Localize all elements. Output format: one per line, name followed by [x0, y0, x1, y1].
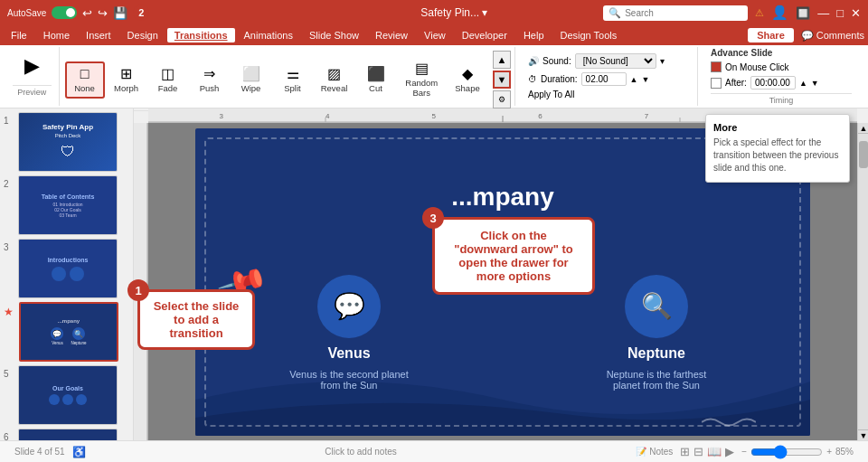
menu-slideshow[interactable]: Slide Show — [302, 28, 366, 42]
duration-input[interactable] — [581, 72, 627, 86]
menu-bar: File Home Insert Design Transitions Anim… — [0, 25, 868, 45]
scroll-thumb[interactable] — [859, 141, 868, 168]
slide-img-4[interactable]: ...mpany 💬 Venus 🔍 Neptune — [19, 302, 118, 362]
zoom-in-icon[interactable]: + — [826, 447, 832, 457]
preview-button[interactable]: ▶ — [12, 51, 52, 81]
save-icon[interactable]: 💾 — [113, 6, 127, 20]
slide-panel[interactable]: 1 Safety Pin App Pitch Deck 🛡 2 Table of… — [0, 108, 134, 440]
transition-split-btn[interactable]: ⚌ Split — [273, 61, 313, 99]
menu-transitions[interactable]: Transitions — [167, 28, 235, 42]
mouse-click-checkbox[interactable] — [711, 61, 722, 72]
slide-thumb-5[interactable]: 5 Our Goals — [4, 365, 129, 425]
push-icon: ⇒ — [203, 67, 215, 81]
notes-button[interactable]: 📝 Notes — [636, 447, 673, 457]
presenter-view-icon[interactable]: ▶ — [725, 445, 734, 458]
slide-area-wrapper: 3 4 5 6 7 8 2 3 — [134, 108, 868, 440]
slide-sorter-icon[interactable]: ⊟ — [693, 445, 703, 458]
tooltip-text: Pick a special effect for the transition… — [713, 137, 842, 174]
slide-thumb-3[interactable]: 3 Introductions — [4, 239, 129, 298]
slide-thumb-2[interactable]: 2 Table of Contents 01 Introduction02 Ou… — [4, 175, 129, 235]
menu-view[interactable]: View — [417, 28, 453, 42]
zoom-slider[interactable] — [750, 445, 823, 459]
autosave-label: AutoSave — [7, 8, 46, 18]
slide-count-label: Slide 4 of 51 — [14, 447, 65, 457]
comments-button[interactable]: 💬 Comments — [801, 30, 864, 42]
transition-none-btn[interactable]: □ None — [65, 61, 105, 99]
slide-img-2[interactable]: Table of Contents 01 Introduction02 Our … — [18, 175, 118, 235]
scroll-up-arrow[interactable]: ▲ — [858, 123, 868, 134]
redo-icon[interactable]: ↪ — [98, 6, 108, 20]
maximize-icon[interactable]: □ — [836, 6, 844, 20]
after-down[interactable]: ▼ — [811, 79, 819, 88]
transition-wipe-btn[interactable]: ⬜ Wipe — [231, 61, 271, 99]
menu-design-tools[interactable]: Design Tools — [553, 28, 625, 42]
autosave-toggle[interactable] — [52, 6, 77, 19]
neptune-circle: 🔍 — [625, 275, 688, 338]
apply-all-label: Apply To All — [528, 90, 575, 99]
duration-down[interactable]: ▼ — [642, 75, 650, 84]
transitions-effects-options[interactable]: ⚙ — [493, 90, 511, 108]
duration-up[interactable]: ▲ — [630, 75, 638, 84]
search-input[interactable] — [625, 8, 697, 18]
search-bar[interactable]: 🔍 — [603, 5, 748, 21]
menu-help[interactable]: Help — [516, 28, 552, 42]
transition-push-btn[interactable]: ⇒ Push — [190, 61, 230, 99]
zoom-out-icon[interactable]: − — [741, 447, 747, 457]
none-label: None — [74, 83, 95, 93]
undo-icon[interactable]: ↩ — [82, 6, 92, 20]
reading-view-icon[interactable]: 📖 — [707, 445, 722, 458]
reveal-icon: ▨ — [327, 67, 341, 81]
menu-insert[interactable]: Insert — [79, 28, 118, 42]
transition-reveal-btn[interactable]: ▨ Reveal — [315, 61, 354, 99]
ribbon-collapse-icon[interactable]: 🔲 — [796, 6, 810, 20]
close-icon[interactable]: ✕ — [851, 6, 861, 20]
zoom-level: 85% — [835, 447, 854, 457]
slide-thumb-1[interactable]: 1 Safety Pin App Pitch Deck 🛡 — [4, 112, 129, 172]
ribbon-preview-group: ▶ Preview — [5, 47, 60, 106]
menu-developer[interactable]: Developer — [455, 28, 514, 42]
menu-home[interactable]: Home — [36, 28, 77, 42]
sound-select[interactable]: [No Sound] — [575, 53, 656, 69]
after-checkbox[interactable] — [711, 78, 722, 89]
morph-label: Morph — [114, 83, 138, 93]
apply-all-button[interactable]: Apply To All — [528, 90, 575, 99]
scroll-down-arrow[interactable]: ▼ — [858, 429, 868, 440]
transition-fade-btn[interactable]: ◫ Fade — [148, 61, 188, 99]
menu-file[interactable]: File — [4, 28, 34, 42]
vertical-scrollbar[interactable]: ▼ ▲ — [857, 123, 868, 440]
normal-view-icon[interactable]: ⊞ — [680, 445, 690, 458]
neptune-item: 🔍 Neptune Neptune is the farthest planet… — [593, 275, 720, 391]
menu-animations[interactable]: Animations — [237, 28, 300, 42]
slide-num-1: 1 — [4, 116, 14, 126]
slide-num-6: 6 — [4, 432, 14, 440]
transition-cut-btn[interactable]: ⬛ Cut — [356, 61, 396, 99]
transitions-expand-down[interactable]: ▼ — [493, 71, 511, 89]
transitions-expand-up[interactable]: ▲ — [493, 51, 511, 69]
slide-img-6[interactable] — [18, 429, 118, 440]
sound-row: 🔊 Sound: [No Sound] ▾ — [528, 53, 686, 69]
slide-img-1[interactable]: Safety Pin App Pitch Deck 🛡 — [18, 112, 118, 172]
transition-morph-btn[interactable]: ⊞ Morph — [107, 61, 146, 99]
ribbon: ▶ Preview □ None ⊞ Morph ◫ Fade ⇒ Push ⬜ — [0, 45, 868, 108]
account-icon[interactable]: 👤 — [771, 5, 788, 21]
company-text: ...mpany — [451, 183, 554, 212]
share-button[interactable]: Share — [748, 28, 794, 42]
after-input[interactable] — [750, 76, 796, 90]
slide-thumb-4[interactable]: ★ ...mpany 💬 Venus 🔍 Neptune — [4, 302, 129, 362]
transition-shape-btn[interactable]: ◆ Shape — [448, 61, 487, 99]
menu-design[interactable]: Design — [120, 28, 165, 42]
wipe-label: Wipe — [241, 83, 261, 93]
title-bar-left: AutoSave ↩ ↪ 💾 2 — [7, 5, 306, 21]
venus-name: Venus — [327, 345, 370, 362]
on-mouse-click-label: On Mouse Click — [725, 62, 789, 72]
cut-icon: ⬛ — [367, 67, 385, 81]
minimize-icon[interactable]: — — [817, 6, 829, 20]
slide-img-5[interactable]: Our Goals — [18, 365, 118, 425]
after-up[interactable]: ▲ — [799, 79, 807, 88]
click-to-add-notes[interactable]: Click to add notes — [325, 447, 397, 457]
menu-review[interactable]: Review — [368, 28, 415, 42]
slide-img-3[interactable]: Introductions — [18, 239, 118, 298]
slide-thumb-6[interactable]: 6 — [4, 429, 129, 440]
transition-randombars-btn[interactable]: ▤ Random Bars — [398, 56, 447, 103]
more-tooltip: More Pick a special effect for the trans… — [705, 114, 850, 183]
